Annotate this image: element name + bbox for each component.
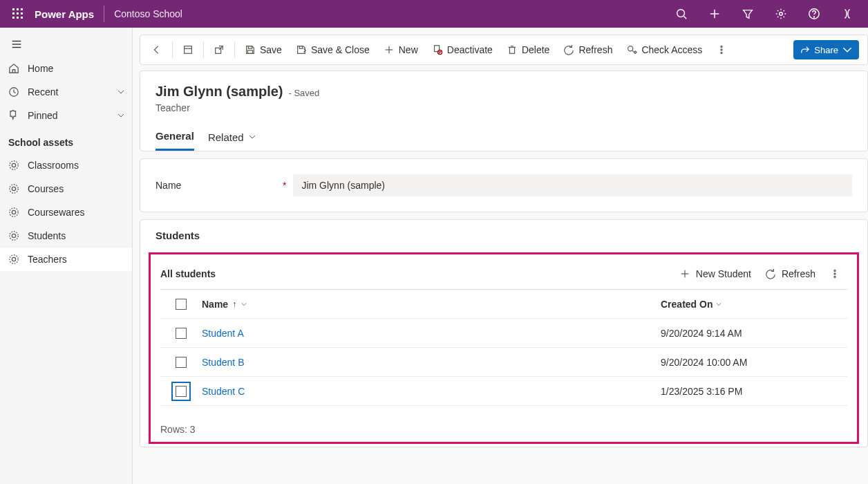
entity-icon: [8, 254, 19, 265]
back-button[interactable]: [144, 37, 169, 62]
app-launcher-button[interactable]: [4, 0, 32, 28]
svg-rect-2: [21, 8, 23, 10]
share-label: Share: [814, 45, 838, 55]
svg-point-49: [721, 52, 722, 53]
add-button[interactable]: [698, 0, 731, 28]
svg-line-10: [684, 17, 687, 19]
table-row[interactable]: Student B 9/20/2024 10:00 AM: [160, 348, 847, 377]
home-icon: [8, 63, 19, 74]
svg-point-21: [12, 163, 15, 167]
new-button[interactable]: New: [377, 37, 425, 62]
row-checkbox[interactable]: [176, 386, 187, 397]
delete-button[interactable]: Delete: [500, 37, 556, 62]
nav-coursewares[interactable]: Coursewares: [0, 201, 132, 224]
row-created-value: 9/20/2024 10:00 AM: [661, 357, 847, 368]
chevron-down-icon: [117, 88, 125, 96]
subgrid-overflow-button[interactable]: [822, 263, 847, 285]
svg-point-29: [12, 257, 15, 261]
copilot-button[interactable]: [831, 0, 864, 28]
nav-item-label: Courses: [28, 183, 64, 194]
subgrid-refresh-button[interactable]: Refresh: [758, 263, 822, 285]
column-header-created[interactable]: Created On: [661, 299, 847, 310]
svg-point-28: [10, 232, 18, 240]
svg-point-48: [721, 49, 722, 50]
overflow-button[interactable]: [709, 37, 734, 62]
deactivate-button[interactable]: Deactivate: [425, 37, 500, 62]
svg-point-52: [834, 270, 836, 271]
nav-item-label: Classrooms: [28, 160, 79, 171]
nav-courses[interactable]: Courses: [0, 177, 132, 201]
nav-students[interactable]: Students: [0, 224, 132, 248]
nav-home-label: Home: [28, 63, 53, 74]
tab-related[interactable]: Related: [208, 124, 256, 151]
row-name-link[interactable]: Student B: [202, 357, 245, 368]
subgrid-table: Name↑ Created On Student A 9/20/2024 9:1…: [160, 289, 847, 406]
delete-label: Delete: [522, 44, 549, 55]
tab-general[interactable]: General: [155, 124, 194, 151]
required-indicator: *: [283, 180, 286, 191]
nav-home[interactable]: Home: [0, 57, 132, 80]
nav-pinned[interactable]: Pinned: [0, 104, 132, 127]
sort-asc-icon: ↑: [232, 299, 236, 309]
environment-name[interactable]: Contoso School: [114, 8, 182, 19]
search-button[interactable]: [665, 0, 698, 28]
table-row[interactable]: Student A 9/20/2024 9:14 AM: [160, 319, 847, 348]
row-checkbox[interactable]: [176, 357, 187, 368]
open-new-window-button[interactable]: [207, 37, 232, 62]
nav-teachers[interactable]: Teachers: [0, 248, 132, 271]
subgrid-toolbar: All students New Student Refresh: [160, 261, 847, 286]
table-row[interactable]: Student C 1/23/2025 3:16 PM: [160, 377, 847, 406]
field-name-input[interactable]: [293, 174, 852, 196]
form-header: Jim Glynn (sample) - Saved Teacher Gener…: [140, 71, 868, 151]
field-name-label: Name: [155, 180, 280, 191]
refresh-button[interactable]: Refresh: [556, 37, 619, 62]
svg-rect-7: [17, 17, 19, 19]
row-name-link[interactable]: Student A: [202, 328, 244, 339]
select-all-checkbox[interactable]: [176, 299, 187, 310]
clock-icon: [8, 86, 19, 97]
nav-pinned-label: Pinned: [28, 110, 58, 121]
svg-rect-0: [12, 8, 15, 10]
pin-icon: [8, 110, 19, 121]
svg-point-9: [677, 10, 685, 17]
svg-point-23: [12, 187, 15, 190]
sitemap: Home Recent Pinned School assets Classro…: [0, 28, 133, 484]
entity-icon: [8, 183, 19, 194]
chevron-down-icon: [117, 111, 125, 120]
nav-classrooms[interactable]: Classrooms: [0, 153, 132, 177]
subgrid-view-name[interactable]: All students: [160, 268, 216, 279]
check-access-button[interactable]: Check Access: [619, 37, 709, 62]
refresh-label: Refresh: [578, 44, 612, 55]
row-count: Rows: 3: [160, 406, 847, 438]
row-name-link[interactable]: Student C: [202, 386, 245, 397]
filter-button[interactable]: [731, 0, 764, 28]
svg-point-25: [12, 210, 15, 214]
form-tabs: General Related: [155, 124, 852, 151]
save-button[interactable]: Save: [238, 37, 289, 62]
help-button[interactable]: [798, 0, 831, 28]
column-header-name[interactable]: Name↑: [202, 299, 661, 310]
students-section: Students All students New Student Refres…: [140, 219, 868, 447]
svg-point-22: [10, 161, 18, 169]
settings-button[interactable]: [764, 0, 798, 28]
row-checkbox[interactable]: [176, 328, 187, 339]
svg-point-47: [721, 46, 722, 47]
svg-point-24: [10, 185, 18, 193]
new-student-button[interactable]: New Student: [672, 263, 758, 285]
main-content: Save Save & Close New Deactivate Delete …: [133, 28, 868, 484]
global-header: Power Apps Contoso School: [0, 0, 868, 28]
save-close-button[interactable]: Save & Close: [289, 37, 377, 62]
svg-rect-3: [12, 12, 15, 15]
svg-point-53: [834, 273, 836, 274]
svg-point-16: [813, 17, 814, 17]
entity-icon: [8, 230, 19, 241]
entity-icon: [8, 160, 19, 171]
share-button[interactable]: Share: [793, 40, 859, 59]
sitemap-toggle[interactable]: [1, 32, 32, 57]
task-pane-button[interactable]: [176, 37, 200, 62]
entity-icon: [8, 207, 19, 218]
brand-label: Power Apps: [35, 8, 94, 20]
field-name-row: Name *: [140, 158, 868, 212]
nav-recent[interactable]: Recent: [0, 80, 132, 104]
svg-rect-43: [509, 47, 514, 53]
